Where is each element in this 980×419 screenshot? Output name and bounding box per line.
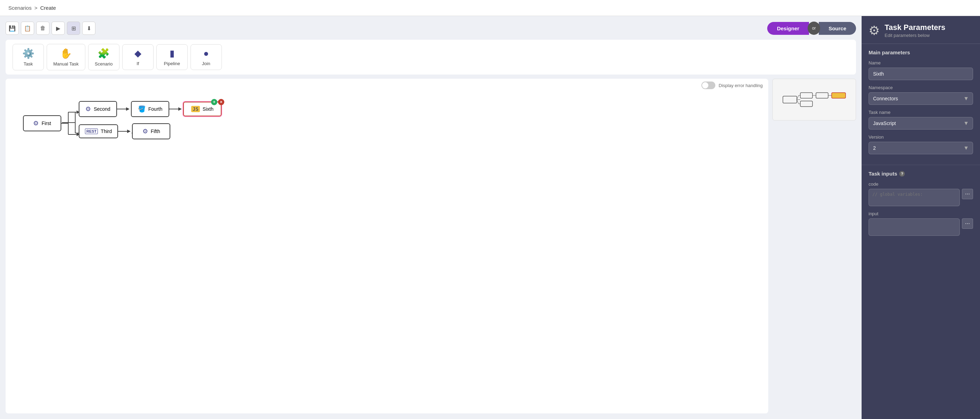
fork-svg: [61, 106, 79, 141]
breadcrumb: Scenarios > Create: [0, 0, 980, 16]
copy-button[interactable]: 📋: [21, 22, 34, 35]
or-label: or: [808, 22, 820, 35]
main-params-title: Main parameters: [869, 49, 973, 56]
download-button[interactable]: ⬇: [82, 22, 95, 35]
node-third[interactable]: REST Third: [79, 124, 118, 138]
palette-item-manual-task[interactable]: ✋ Manual Task: [47, 44, 85, 70]
mini-preview-svg: [780, 86, 849, 113]
error-handling-label: Display error handling: [719, 83, 763, 88]
sixth-node-controls: + ×: [211, 99, 224, 105]
breadcrumb-current: Create: [40, 5, 56, 11]
main-params-section: Main parameters Name Namespace Connector…: [862, 44, 980, 165]
input-textarea[interactable]: [869, 218, 960, 236]
flow-container: ⚙ First: [23, 106, 751, 141]
designer-source-toggle: Designer or Source: [767, 22, 856, 35]
params-header-text: Task Parameters Edit parameters below: [885, 23, 945, 38]
arrow-third-fifth: [118, 126, 132, 137]
canvas-split: Display error handling: [6, 79, 856, 413]
canvas-diagram-area: ⚙ First: [6, 92, 768, 155]
fourth-node-label: Fourth: [148, 106, 162, 112]
svg-rect-37: [832, 92, 846, 98]
error-handling-bar: Display error handling: [6, 79, 768, 92]
sixth-add-btn[interactable]: +: [211, 99, 217, 105]
palette-item-scenario[interactable]: 🧩 Scenario: [88, 44, 119, 70]
node-first[interactable]: ⚙ First: [23, 115, 61, 131]
fourth-node-icon: 🪣: [138, 105, 146, 113]
palette-area: ⚙️ Task ✋ Manual Task 🧩 Scenario ◆ If ▮ …: [6, 40, 856, 75]
designer-button[interactable]: Designer: [767, 22, 809, 35]
breadcrumb-parent[interactable]: Scenarios: [8, 5, 32, 11]
node-second[interactable]: ⚙ Second: [79, 101, 117, 117]
fifth-node-icon: ⚙: [142, 127, 148, 135]
source-button[interactable]: Source: [819, 22, 856, 35]
pipeline-icon: ▮: [170, 48, 175, 59]
toolbar-left: 💾 📋 🗑 ▶ ⊞ ⬇: [6, 22, 95, 35]
sixth-node-label: Sixth: [203, 106, 213, 112]
first-node-icon: ⚙: [33, 119, 39, 127]
task-name-select[interactable]: JavaScript Python Shell: [869, 117, 973, 129]
svg-marker-21: [126, 107, 130, 111]
palette-item-pipeline[interactable]: ▮ Pipeline: [156, 44, 188, 70]
delete-button[interactable]: 🗑: [36, 22, 49, 35]
params-subtitle: Edit parameters below: [885, 33, 945, 38]
params-gear-icon: ⚙: [869, 23, 880, 38]
join-icon: ●: [204, 48, 209, 59]
palette-item-join[interactable]: ● Join: [191, 44, 222, 70]
branch-area: ⚙ Second 🪣 Fourth: [61, 106, 79, 141]
third-node-icon: REST: [85, 129, 98, 134]
lower-branch: REST Third ⚙ Fifth: [79, 123, 221, 139]
task-inputs-label: Task inputs: [869, 170, 897, 177]
second-node-label: Second: [94, 106, 110, 112]
code-textarea[interactable]: [869, 189, 960, 206]
error-handling-toggle[interactable]: [702, 81, 715, 89]
fifth-node-label: Fifth: [151, 129, 160, 134]
run-button[interactable]: ▶: [51, 22, 65, 35]
task-inputs-help-icon[interactable]: ?: [899, 171, 905, 177]
namespace-label: Namespace: [869, 85, 973, 90]
manual-task-icon: ✋: [60, 48, 72, 59]
namespace-select-wrap: Connectors Core Custom ▼: [869, 92, 973, 105]
toolbar: 💾 📋 🗑 ▶ ⊞ ⬇ Designer or Source: [6, 22, 856, 35]
params-title: Task Parameters: [885, 23, 945, 32]
name-field: Name: [869, 60, 973, 80]
palette-label-scenario: Scenario: [95, 61, 113, 67]
breadcrumb-sep: >: [35, 5, 38, 11]
third-node-label: Third: [101, 129, 112, 134]
name-input[interactable]: [869, 68, 973, 80]
input-expand-button[interactable]: ⋯: [962, 218, 973, 229]
save-button[interactable]: 💾: [6, 22, 19, 35]
task-name-select-wrap: JavaScript Python Shell ▼: [869, 117, 973, 129]
code-expand-button[interactable]: ⋯: [962, 189, 973, 199]
first-node-label: First: [41, 121, 51, 126]
task-params-panel: ⚙ Task Parameters Edit parameters below …: [862, 16, 980, 419]
grid-button[interactable]: ⊞: [67, 22, 80, 35]
node-fourth[interactable]: 🪣 Fourth: [131, 101, 169, 117]
palette-item-if[interactable]: ◆ If: [122, 44, 154, 70]
task-inputs-section: Task inputs ? code ⋯ input ⋯: [862, 165, 980, 246]
input-input-wrap: ⋯: [869, 218, 973, 236]
input-label: input: [869, 211, 973, 216]
node-fifth[interactable]: ⚙ Fifth: [132, 123, 170, 139]
sixth-node-icon: JS: [191, 106, 200, 112]
palette-label-if: If: [137, 61, 139, 66]
palette-label-pipeline: Pipeline: [164, 61, 180, 66]
svg-marker-23: [178, 107, 182, 111]
arrow-fourth-sixth: [169, 104, 183, 114]
svg-rect-26: [783, 96, 797, 103]
palette-item-task[interactable]: ⚙️ Task: [13, 44, 44, 70]
scenario-icon: 🧩: [97, 48, 110, 59]
task-params-header: ⚙ Task Parameters Edit parameters below: [862, 16, 980, 44]
palette-label-join: Join: [202, 61, 210, 66]
diagram-canvas[interactable]: Display error handling: [6, 79, 768, 413]
svg-rect-28: [800, 92, 813, 98]
node-sixth[interactable]: + × JS Sixth: [183, 102, 221, 116]
task-icon: ⚙️: [22, 48, 35, 59]
namespace-field: Namespace Connectors Core Custom ▼: [869, 85, 973, 105]
version-select[interactable]: 1 2 3: [869, 142, 973, 154]
input-field: input ⋯: [869, 211, 973, 236]
task-name-label: Task name: [869, 110, 973, 115]
namespace-select[interactable]: Connectors Core Custom: [869, 92, 973, 105]
sixth-remove-btn[interactable]: ×: [218, 99, 224, 105]
branches: ⚙ Second 🪣 Fourth: [79, 101, 221, 139]
code-label: code: [869, 182, 973, 187]
